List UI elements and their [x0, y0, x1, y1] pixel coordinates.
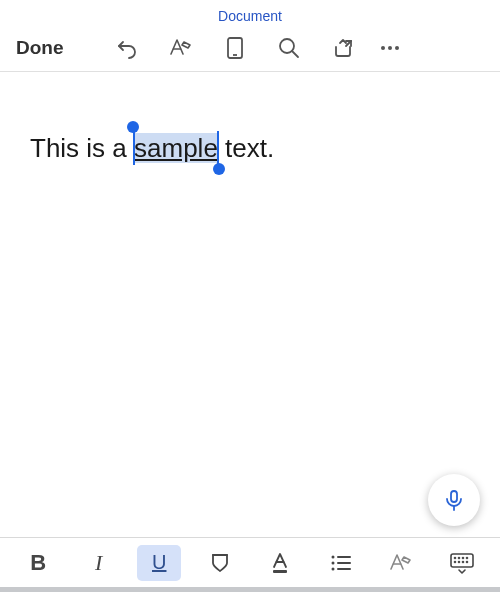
svg-point-5: [388, 46, 392, 50]
format-toolbar: B I U: [0, 537, 500, 587]
svg-point-18: [458, 557, 459, 558]
search-icon[interactable]: [262, 36, 316, 60]
microphone-icon: [442, 488, 466, 512]
svg-point-4: [381, 46, 385, 50]
svg-point-10: [331, 555, 334, 558]
text-before-selection: This is a: [30, 133, 134, 163]
document-title[interactable]: Document: [0, 0, 500, 24]
svg-point-19: [462, 557, 463, 558]
selection-handle-start[interactable]: [127, 121, 139, 133]
more-icon[interactable]: [370, 36, 410, 60]
document-canvas[interactable]: This is a sample text.: [0, 72, 500, 532]
svg-point-20: [466, 557, 467, 558]
font-color-button[interactable]: [258, 545, 302, 581]
hide-keyboard-button[interactable]: [440, 545, 484, 581]
top-toolbar: Done: [0, 24, 500, 72]
mobile-view-icon[interactable]: [208, 36, 262, 60]
bold-button[interactable]: B: [16, 545, 60, 581]
svg-point-11: [331, 561, 334, 564]
svg-point-23: [462, 561, 463, 562]
style-icon[interactable]: [154, 36, 208, 60]
done-button[interactable]: Done: [10, 33, 70, 63]
format-pane-button[interactable]: [379, 545, 423, 581]
italic-button[interactable]: I: [77, 545, 121, 581]
svg-point-22: [458, 561, 459, 562]
text-after-selection: text.: [218, 133, 274, 163]
svg-point-12: [331, 567, 334, 570]
svg-rect-9: [273, 570, 287, 573]
text-line[interactable]: This is a sample text.: [30, 132, 470, 166]
bottom-edge: [0, 587, 500, 592]
bullet-list-button[interactable]: [319, 545, 363, 581]
undo-icon[interactable]: [100, 36, 154, 60]
underline-button[interactable]: U: [137, 545, 181, 581]
svg-point-24: [466, 561, 467, 562]
dictation-button[interactable]: [428, 474, 480, 526]
svg-point-21: [454, 561, 455, 562]
svg-rect-16: [451, 554, 473, 567]
share-icon[interactable]: [316, 36, 370, 60]
svg-rect-7: [451, 491, 457, 502]
selection-handle-end[interactable]: [213, 163, 225, 175]
svg-point-6: [395, 46, 399, 50]
svg-line-3: [292, 51, 298, 57]
svg-point-17: [454, 557, 455, 558]
selected-text[interactable]: sample: [134, 133, 218, 163]
highlight-button[interactable]: [198, 545, 242, 581]
